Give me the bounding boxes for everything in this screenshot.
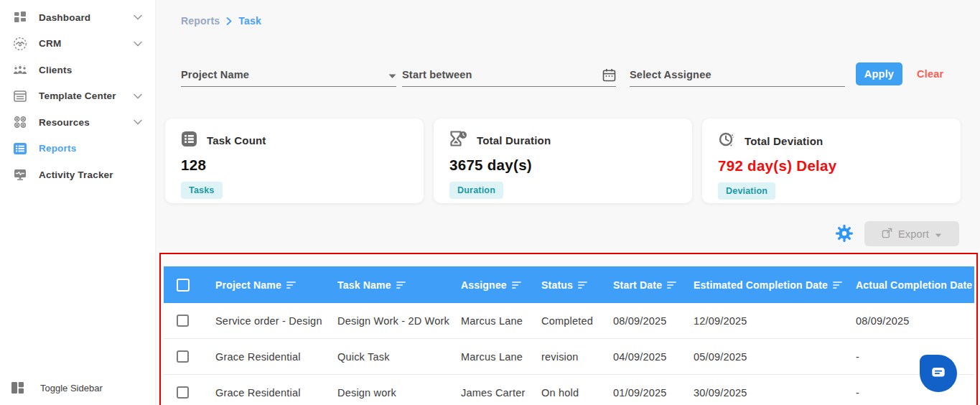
export-caret-icon [935, 228, 942, 240]
filter-icon[interactable] [512, 281, 521, 289]
filter-icon[interactable] [578, 281, 587, 289]
resources-icon [11, 114, 29, 130]
sidebar-item-label: Activity Tracker [39, 169, 113, 180]
toggle-sidebar-button[interactable]: Toggle Sidebar [11, 381, 103, 395]
cell-actual-completion-date: 08/09/2025 [856, 315, 973, 327]
header-checkbox-cell [164, 279, 215, 292]
table-header-row: Project Name Task Name Assignee Status S… [164, 266, 974, 303]
column-header-project-name[interactable]: Project Name [215, 279, 337, 291]
project-name-select[interactable]: Project Name [181, 60, 396, 87]
cell-start-date: 08/09/2025 [613, 315, 694, 327]
cell-project-name: Grace Residential [215, 351, 337, 363]
sidebar-item-label: Reports [39, 143, 76, 154]
select-all-checkbox[interactable] [177, 279, 190, 292]
column-header-task-name[interactable]: Task Name [337, 279, 461, 291]
row-checkbox[interactable] [177, 315, 189, 327]
column-header-status[interactable]: Status [541, 279, 613, 291]
toggle-sidebar-label: Toggle Sidebar [40, 383, 103, 394]
export-button[interactable]: Export [864, 221, 959, 246]
task-count-value: 128 [181, 157, 408, 174]
main-content: Reports Task Project Name Start between … [156, 0, 980, 405]
sidebar-item-activity-tracker[interactable]: Activity Tracker [0, 162, 155, 188]
sidebar-item-reports[interactable]: Reports [0, 136, 155, 162]
row-checkbox[interactable] [177, 386, 189, 399]
task-count-card: Task Count 128 Tasks [165, 118, 424, 203]
breadcrumb: Reports Task [181, 15, 261, 27]
toggle-sidebar-icon [11, 381, 29, 395]
chevron-down-icon [134, 93, 142, 99]
row-checkbox-cell [164, 386, 215, 399]
cell-assignee: Marcus Lane [461, 351, 541, 363]
chevron-down-icon [134, 41, 142, 47]
cell-estimated-completion-date: 12/09/2025 [694, 315, 856, 327]
clear-button[interactable]: Clear [917, 68, 943, 80]
total-deviation-card: Total Deviation 792 day(s) Delay Deviati… [702, 118, 961, 203]
task-report-table: Project Name Task Name Assignee Status S… [164, 266, 974, 405]
cell-project-name: Grace Residential [215, 387, 337, 399]
sidebar-item-template-center[interactable]: Template Center [0, 83, 155, 110]
cell-task-name: Quick Task [337, 351, 461, 363]
breadcrumb-reports-link[interactable]: Reports [181, 15, 220, 27]
card-header: Total Deviation [718, 131, 945, 151]
cell-actual-completion-date: - [856, 351, 973, 363]
sidebar-nav: Dashboard CRM Clients Template Cen [0, 0, 155, 188]
sidebar-item-clients[interactable]: Clients [0, 57, 155, 83]
row-checkbox-cell [164, 315, 215, 327]
card-header: Total Duration [449, 131, 676, 150]
cell-status: On hold [541, 387, 613, 399]
cell-project-name: Service order - Design [215, 315, 337, 327]
start-between-datepicker[interactable]: Start between [402, 60, 616, 87]
chat-launcher-button[interactable] [920, 355, 957, 392]
card-header: Task Count [181, 131, 408, 150]
template-center-icon [11, 88, 29, 104]
total-deviation-value: 792 day(s) Delay [718, 157, 945, 174]
select-assignee-field[interactable]: Select Assignee [630, 60, 845, 87]
table-row[interactable]: Grace Residential Design work James Cart… [164, 375, 974, 405]
column-header-start-date[interactable]: Start Date [613, 279, 694, 291]
cell-start-date: 04/09/2025 [613, 351, 694, 363]
sidebar-item-label: Clients [39, 65, 72, 75]
column-header-assignee[interactable]: Assignee [461, 279, 541, 291]
sidebar-item-label: Resources [39, 117, 90, 128]
sidebar-item-label: Dashboard [39, 12, 90, 23]
sidebar-item-crm[interactable]: CRM [0, 31, 155, 57]
card-title: Total Deviation [745, 135, 823, 147]
chevron-right-icon [226, 17, 232, 25]
sidebar-item-label: CRM [39, 38, 61, 49]
column-header-estimated-completion-date[interactable]: Estimated Completion Date [694, 279, 856, 291]
filter-icon[interactable] [396, 281, 406, 289]
cell-task-name: Design work [337, 387, 461, 399]
duration-badge: Duration [449, 182, 503, 199]
reports-icon [11, 141, 29, 157]
sidebar-item-dashboard[interactable]: Dashboard [0, 4, 155, 31]
total-duration-value: 3675 day(s) [449, 157, 676, 174]
breadcrumb-task-current[interactable]: Task [238, 15, 261, 27]
filter-icon[interactable] [833, 281, 842, 289]
apply-button[interactable]: Apply [856, 62, 902, 85]
sidebar-item-label: Template Center [39, 90, 116, 101]
export-label: Export [898, 228, 929, 240]
task-count-icon [181, 131, 197, 150]
card-title: Total Duration [477, 134, 551, 146]
cell-task-name: Design Work - 2D Work [337, 315, 461, 327]
dashboard-icon [11, 9, 29, 25]
cell-assignee: James Carter [461, 387, 541, 399]
start-between-placeholder: Start between [402, 69, 472, 80]
filter-icon[interactable] [667, 281, 676, 289]
column-header-actual-completion-date[interactable]: Actual Completion Date [856, 279, 973, 291]
project-name-placeholder: Project Name [181, 69, 249, 80]
crm-icon [11, 36, 29, 52]
settings-gear-icon[interactable] [835, 224, 854, 243]
table-row[interactable]: Grace Residential Quick Task Marcus Lane… [164, 339, 974, 375]
table-row[interactable]: Service order - Design Design Work - 2D … [164, 303, 974, 339]
card-title: Task Count [207, 134, 266, 146]
row-checkbox[interactable] [177, 350, 189, 363]
calendar-icon[interactable] [602, 68, 616, 82]
activity-tracker-icon [11, 167, 29, 182]
sidebar: Dashboard CRM Clients Template Cen [0, 0, 156, 405]
sidebar-item-resources[interactable]: Resources [0, 109, 155, 136]
cell-actual-completion-date: - [856, 387, 973, 399]
cell-status: Completed [541, 315, 613, 327]
filter-icon[interactable] [286, 281, 296, 289]
duration-hourglass-icon [449, 131, 467, 150]
